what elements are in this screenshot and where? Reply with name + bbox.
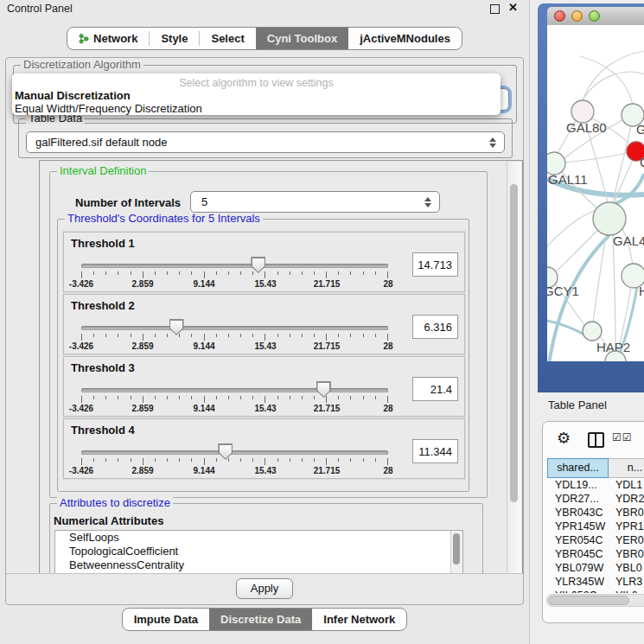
network-edges	[547, 51, 644, 361]
attribute-list-item[interactable]: SelfLoops	[55, 531, 462, 545]
cell-name: YDL1	[609, 479, 642, 493]
slider-track[interactable]	[81, 450, 388, 455]
table-row[interactable]: YDL19...YDL1	[547, 479, 644, 493]
slider-axis-labels: -3.4262.8599.14415.4321.71528	[81, 466, 388, 476]
tab-label: jActiveMNodules	[360, 32, 450, 45]
tab-cyni-toolbox[interactable]: Cyni Toolbox	[256, 28, 348, 49]
node-label: GAL80	[566, 120, 607, 135]
threshold-panel-1: Threshold 1-3.4262.8599.14415.4321.71528…	[63, 232, 465, 292]
threshold-slider[interactable]: -3.4262.8599.14415.4321.71528	[81, 357, 388, 416]
apply-button[interactable]: Apply	[236, 578, 293, 599]
threshold-slider[interactable]: -3.4262.8599.14415.4321.71528	[81, 233, 388, 291]
algorithm-dropdown-popup: Select algorithm to view settings Manual…	[12, 73, 501, 115]
tab-label: Select	[211, 32, 244, 45]
dropdown-item-manual-discretization[interactable]: Manual Discretization	[12, 89, 501, 102]
cell-shared-name: YBR045C	[547, 548, 609, 562]
control-panel-window: Control Panel ✕ NetworkStyleSelectCyni T…	[0, 0, 530, 644]
threshold-value-field[interactable]: 21.4	[412, 377, 458, 401]
top-tab-bar: NetworkStyleSelectCyni ToolboxjActiveMNo…	[0, 27, 529, 50]
attribute-list-item[interactable]: TopologicalCoefficient	[55, 545, 462, 558]
table-horizontal-scrollbar[interactable]	[546, 594, 644, 607]
tab-impute-data[interactable]: Impute Data	[123, 609, 209, 630]
tab-style[interactable]: Style	[150, 28, 199, 49]
tab-label: Cyni Toolbox	[267, 32, 337, 45]
tab-label: Network	[93, 32, 137, 45]
slider-ticks	[81, 458, 388, 466]
tab-network[interactable]: Network	[67, 28, 149, 49]
node-label: GAL11	[548, 172, 588, 187]
attributes-list-scrollbar[interactable]	[450, 531, 462, 574]
cell-name: YBL0	[609, 562, 642, 576]
node-label: GCY1	[547, 284, 579, 298]
cell-name: YBR0	[609, 548, 644, 562]
group-title: Interval Definition	[57, 165, 149, 177]
panel-vertical-scrollbar[interactable]	[507, 162, 521, 573]
column-header-name[interactable]: n...	[609, 458, 644, 478]
group-title: Discretization Algorithm	[21, 59, 143, 71]
threshold-slider[interactable]: -3.4262.8599.14415.4321.71528	[81, 419, 388, 478]
cyni-toolbox-panel: Discretization Algorithm Select algorith…	[5, 57, 524, 605]
node-label: H	[639, 284, 644, 298]
table-body: YDL19...YDL1YDR27...YDR2YBR043CYBR0YPR14…	[547, 479, 644, 593]
cell-name: YPR1	[609, 520, 644, 534]
slider-track[interactable]	[81, 388, 388, 392]
table-panel-title: Table Panel	[548, 399, 607, 411]
close-traffic-light-icon[interactable]	[554, 10, 565, 22]
network-window-titlebar	[547, 7, 644, 26]
table-row[interactable]: YDR27...YDR2	[547, 493, 644, 507]
bottom-tab-bar: Impute DataDiscretize DataInfer Network	[0, 608, 529, 631]
threshold-value-field[interactable]: 6.316	[412, 315, 458, 339]
dropdown-placeholder: Select algorithm to view settings	[12, 73, 501, 89]
number-of-intervals-combo[interactable]: 5	[190, 191, 440, 213]
table-data-combo[interactable]: galFiltered.sif default node	[26, 131, 505, 153]
node-label: C	[640, 155, 644, 169]
interval-definition-group: Interval Definition Number of Intervals …	[49, 171, 488, 498]
numerical-attributes-list[interactable]: SelfLoopsTopologicalCoefficientBetweenne…	[54, 530, 463, 574]
tab-infer-network[interactable]: Infer Network	[312, 609, 406, 630]
network-node-hap2[interactable]	[583, 322, 602, 341]
cell-shared-name: YER054C	[547, 534, 609, 548]
zoom-traffic-light-icon[interactable]	[589, 10, 600, 22]
table-row[interactable]: YLR345WYLR3	[547, 576, 644, 590]
table-panel-strip: Table Panel	[538, 392, 644, 418]
slider-axis-labels: -3.4262.8599.14415.4321.71528	[81, 404, 388, 414]
tab-select[interactable]: Select	[200, 28, 255, 49]
table-row[interactable]: YPR145WYPR1	[547, 520, 644, 534]
node-label: G	[636, 122, 644, 137]
column-layout-icon[interactable]	[588, 432, 604, 448]
close-icon[interactable]: ✕	[508, 1, 518, 14]
cell-shared-name: YDR27...	[547, 493, 609, 507]
numerical-attributes-label: Numerical Attributes	[54, 514, 163, 527]
threshold-panel-4: Threshold 4-3.4262.8599.14415.4321.71528…	[63, 418, 465, 479]
select-columns-icon[interactable]: ☑☑	[612, 431, 633, 443]
combo-spinner-icon	[424, 197, 431, 207]
cell-shared-name: YDL19...	[547, 479, 609, 493]
threshold-value-field[interactable]: 11.344	[412, 439, 458, 463]
column-header-shared-name[interactable]: shared...	[547, 458, 609, 478]
minimize-traffic-light-icon[interactable]	[571, 10, 583, 22]
table-row[interactable]: YIL052CYIL0	[547, 590, 644, 593]
table-row[interactable]: YBR043CYBR0	[547, 507, 644, 520]
table-row[interactable]: YER054CYER0	[547, 534, 644, 548]
float-window-icon[interactable]	[490, 4, 500, 14]
attribute-list-item[interactable]: BetweennessCentrality	[55, 558, 462, 572]
table-panel: ⚙ ☑☑ shared... n... YDL19...YDL1YDR27...…	[542, 421, 644, 623]
network-node-gal4[interactable]	[593, 202, 626, 235]
threshold-slider[interactable]: -3.4262.8599.14415.4321.71528	[81, 295, 388, 354]
table-row[interactable]: YBR045CYBR0	[547, 548, 644, 562]
cell-shared-name: YLR345W	[547, 576, 609, 590]
dropdown-item-equal-width[interactable]: Equal Width/Frequency Discretization	[12, 102, 501, 115]
gear-icon[interactable]: ⚙	[557, 429, 571, 448]
table-row[interactable]: YBL079WYBL0	[547, 562, 644, 576]
tab-label: Discretize Data	[220, 613, 301, 626]
slider-track[interactable]	[81, 326, 388, 330]
slider-track[interactable]	[81, 264, 388, 268]
network-canvas[interactable]: GAL80GCGAL11GAL4GCY1HHAP2	[547, 25, 644, 361]
tab-label: Style	[161, 32, 188, 45]
tab-jactivemnodules[interactable]: jActiveMNodules	[348, 28, 462, 49]
cell-shared-name: YIL052C	[547, 590, 609, 593]
apply-row: Apply	[6, 573, 523, 603]
table-toolbar: ⚙ ☑☑	[543, 427, 644, 451]
threshold-value-field[interactable]: 14.713	[412, 252, 458, 277]
tab-discretize-data[interactable]: Discretize Data	[209, 609, 312, 630]
